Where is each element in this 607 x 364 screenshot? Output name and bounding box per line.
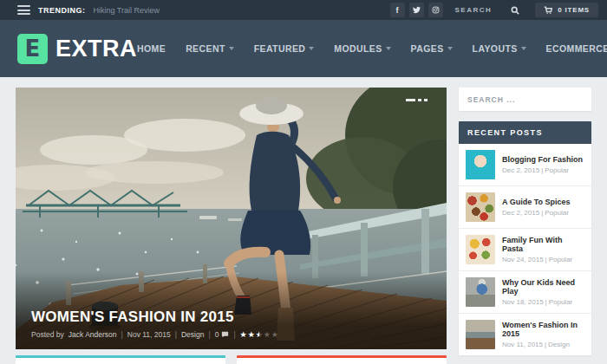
chevron-down-icon: [447, 47, 453, 50]
recent-post-link[interactable]: Blogging For Fashion: [502, 155, 583, 164]
instagram-icon[interactable]: [428, 3, 443, 17]
nav-item-modules[interactable]: MODULES: [334, 43, 390, 54]
post-thumbnail: [466, 192, 495, 222]
trending-link[interactable]: Hiking Trail Review: [94, 6, 160, 15]
posted-by-label: Posted by: [31, 330, 64, 339]
post-date: Nov 11, 2015: [127, 330, 171, 339]
module-cards-row: [16, 355, 447, 364]
recent-posts-title: RECENT POSTS: [459, 121, 591, 144]
author-link[interactable]: Jack Anderson: [69, 330, 117, 339]
star-rating: ★★★★★ ★★★★★: [240, 331, 279, 339]
recent-post-meta: Nov 11, 2015|Design: [502, 341, 584, 348]
topbar-actions: f SEARCH 0 ITEMS: [390, 3, 599, 17]
list-item[interactable]: Why Our Kids Need Play Nov 18, 2015|Popu…: [459, 271, 591, 314]
featured-post[interactable]: WOMEN'S FASHION IN 2015 Posted by Jack A…: [16, 88, 447, 349]
hamburger-icon[interactable]: [17, 5, 30, 15]
topbar-search-label: SEARCH: [455, 6, 493, 14]
module-card-teal[interactable]: [16, 355, 225, 364]
chevron-down-icon: [229, 47, 234, 50]
topbar: TRENDING: Hiking Trail Review f SEARCH 0…: [0, 0, 607, 20]
main-nav: HOME RECENT FEATURED MODULES PAGES LAYOU…: [137, 43, 607, 54]
nav-item-featured[interactable]: FEATURED: [254, 43, 315, 54]
logo-text: EXTRA: [55, 36, 137, 62]
chevron-down-icon: [521, 47, 526, 50]
category-link[interactable]: Design: [181, 330, 204, 339]
featured-post-meta: Posted by Jack Anderson | Nov 11, 2015 |…: [31, 330, 431, 339]
nav-item-home[interactable]: HOME: [137, 43, 166, 54]
list-item[interactable]: Blogging For Fashion Dec 2, 2015|Popular: [459, 144, 591, 186]
facebook-icon[interactable]: f: [390, 3, 405, 17]
cart-icon: [544, 6, 552, 15]
list-item[interactable]: Women's Fashion In 2015 Nov 11, 2015|Des…: [459, 314, 591, 355]
star-icons-lit: ★★★★★: [240, 331, 260, 339]
topbar-trending: TRENDING: Hiking Trail Review: [17, 5, 160, 15]
recent-post-link[interactable]: A Guide To Spices: [502, 198, 571, 206]
site-logo[interactable]: E EXTRA: [17, 34, 137, 64]
trending-label: TRENDING:: [38, 6, 86, 15]
recent-post-meta: Dec 2, 2015|Popular: [502, 209, 571, 217]
chevron-down-icon: [386, 47, 391, 50]
nav-item-ecommerce[interactable]: ECOMMERCE: [546, 43, 607, 54]
nav-item-recent[interactable]: RECENT: [186, 43, 234, 54]
topbar-search[interactable]: SEARCH: [447, 3, 528, 17]
comments-count[interactable]: 0: [215, 330, 230, 339]
site-header: E EXTRA HOME RECENT FEATURED MODULES PAG…: [0, 20, 607, 77]
sidebar: RECENT POSTS Blogging For Fashion Dec 2,…: [459, 88, 591, 364]
cart-count-label: 0 ITEMS: [558, 6, 590, 14]
recent-post-meta: Nov 18, 2015|Popular: [502, 298, 584, 306]
recent-post-meta: Nov 24, 2015|Popular: [502, 256, 584, 263]
comment-icon: [221, 331, 229, 338]
recent-post-link[interactable]: Family Fun With Pasta: [502, 236, 584, 254]
post-thumbnail: [466, 277, 495, 307]
content-area: WOMEN'S FASHION IN 2015 Posted by Jack A…: [0, 77, 607, 364]
recent-post-link[interactable]: Why Our Kids Need Play: [502, 278, 584, 296]
search-icon: [511, 6, 519, 15]
chevron-down-icon: [309, 47, 314, 50]
post-thumbnail: [466, 150, 495, 179]
post-thumbnail: [466, 235, 495, 264]
main-column: WOMEN'S FASHION IN 2015 Posted by Jack A…: [16, 88, 447, 364]
sidebar-search-input[interactable]: [459, 88, 591, 111]
recent-post-link[interactable]: Women's Fashion In 2015: [502, 321, 584, 339]
cart-button[interactable]: 0 ITEMS: [535, 3, 598, 17]
featured-post-title[interactable]: WOMEN'S FASHION IN 2015: [31, 309, 431, 326]
module-card-red[interactable]: [237, 355, 447, 364]
featured-post-overlay: WOMEN'S FASHION IN 2015 Posted by Jack A…: [16, 271, 447, 349]
nav-item-pages[interactable]: PAGES: [411, 43, 453, 54]
twitter-icon[interactable]: [409, 3, 424, 17]
list-item[interactable]: Family Fun With Pasta Nov 24, 2015|Popul…: [459, 229, 591, 271]
recent-posts-list: Blogging For Fashion Dec 2, 2015|Popular…: [459, 144, 591, 355]
nav-item-layouts[interactable]: LAYOUTS: [473, 43, 526, 54]
recent-post-meta: Dec 2, 2015|Popular: [502, 166, 583, 174]
list-item[interactable]: A Guide To Spices Dec 2, 2015|Popular: [459, 186, 591, 229]
logo-mark: E: [17, 34, 48, 64]
recent-posts-widget: RECENT POSTS Blogging For Fashion Dec 2,…: [459, 121, 591, 355]
post-thumbnail: [466, 320, 495, 349]
